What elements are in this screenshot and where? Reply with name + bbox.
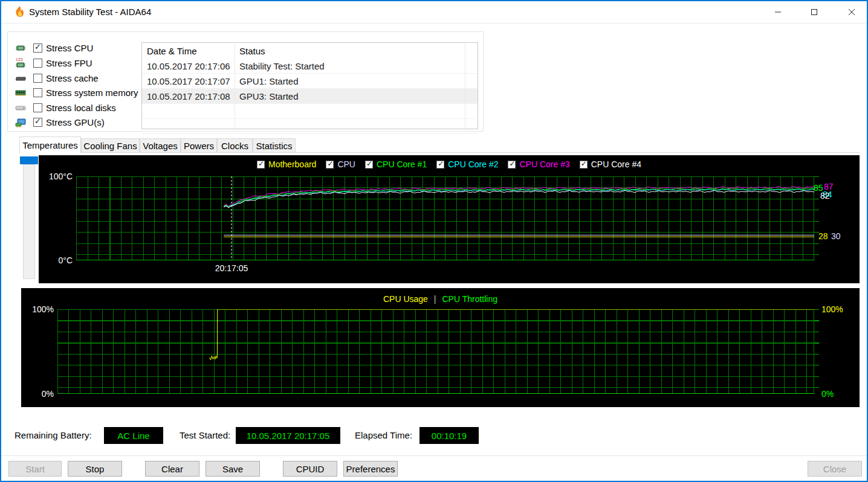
legend-label: CPU Core #1 (377, 159, 427, 169)
test-started-value: 10.05.2017 20:17:05 (236, 427, 340, 444)
stress-memory-checkbox[interactable] (33, 88, 42, 97)
title-bar: System Stability Test - AIDA64 (1, 1, 867, 23)
table-row[interactable]: 10.05.2017 20:17:06 Stability Test: Star… (142, 59, 478, 74)
temperature-legend: Motherboard CPU CPU Core #1 CPU Core #2 … (39, 159, 860, 169)
temperature-series-lines (76, 176, 814, 260)
tab-voltages[interactable]: Voltages (140, 138, 181, 153)
battery-value: AC Line (104, 427, 163, 444)
log-status: GPU1: Started (235, 76, 465, 86)
tab-strip: Temperatures Cooling Fans Voltages Power… (19, 137, 860, 153)
usage-series-lines (57, 309, 814, 394)
chart-scale-slider-thumb[interactable] (20, 156, 38, 164)
preferences-button[interactable]: Preferences (343, 461, 398, 477)
legend-item-cpu-core-4[interactable]: CPU Core #4 (580, 159, 641, 169)
temperature-chart-panel: Motherboard CPU CPU Core #1 CPU Core #2 … (39, 155, 860, 283)
column-header-status[interactable]: Status (235, 46, 465, 56)
legend-item-cpu[interactable]: CPU (326, 159, 355, 169)
temp-current-value: 30 (831, 231, 841, 241)
checkbox-checked-icon[interactable] (326, 161, 334, 169)
window-title: System Stability Test - AIDA64 (29, 7, 151, 17)
disk-drive-icon (13, 101, 28, 114)
aida64-flame-icon (13, 5, 26, 18)
stress-option-cpu[interactable]: Stress CPU (13, 41, 93, 54)
checkbox-checked-icon[interactable] (257, 161, 265, 169)
log-datetime: 10.05.2017 20:17:07 (142, 76, 235, 86)
temp-axis-max-label: 100°C (39, 172, 73, 181)
start-button[interactable]: Start (8, 461, 62, 477)
memory-module-icon (13, 86, 28, 99)
stress-memory-label: Stress system memory (46, 88, 138, 98)
event-log-header[interactable]: Date & Time Status (142, 43, 478, 59)
column-header-datetime[interactable]: Date & Time (142, 46, 235, 56)
column-divider (465, 43, 465, 129)
throttling-current-value: 0% (821, 389, 834, 399)
usage-axis-min-label: 0% (21, 389, 54, 399)
stress-cpu-checkbox[interactable] (33, 43, 42, 53)
tab-statistics[interactable]: Statistics (253, 138, 296, 153)
cpu-chart-title: CPU Usage | CPU Throttling (21, 294, 860, 304)
stress-disks-label: Stress local disks (46, 103, 116, 113)
maximize-button[interactable] (800, 1, 828, 23)
button-bar-separator (1, 455, 867, 456)
fpu-chip-icon: 123 (13, 56, 28, 69)
close-icon (848, 8, 855, 16)
legend-label: CPU Core #2 (448, 159, 498, 169)
legend-label: CPU Core #4 (591, 159, 641, 169)
log-status: GPU3: Started (235, 91, 465, 101)
chart-scale-slider-track[interactable] (23, 164, 35, 279)
column-divider (235, 43, 235, 129)
close-action-button[interactable]: Close (808, 461, 862, 477)
stop-button[interactable]: Stop (68, 461, 122, 477)
checkbox-checked-icon[interactable] (365, 161, 373, 169)
temp-current-value: 82 (820, 191, 830, 201)
cpuid-button[interactable]: CPUID (283, 461, 337, 477)
tab-powers[interactable]: Powers (181, 138, 217, 153)
maximize-icon (811, 8, 818, 16)
temperature-plot-area (76, 176, 814, 260)
stress-option-cache[interactable]: Stress cache (13, 71, 99, 85)
stress-option-memory[interactable]: Stress system memory (13, 86, 138, 99)
tab-clocks[interactable]: Clocks (217, 138, 253, 153)
titlebar-separator (1, 23, 867, 24)
close-button[interactable] (838, 1, 866, 23)
table-row[interactable]: 10.05.2017 20:17:07 GPU1: Started (142, 74, 478, 89)
usage-axis-max-label: 100% (21, 304, 54, 314)
stress-cache-label: Stress cache (46, 73, 99, 83)
stress-fpu-checkbox[interactable] (33, 59, 42, 68)
legend-label: CPU (337, 159, 355, 169)
stress-cache-checkbox[interactable] (33, 74, 42, 83)
stress-gpu-checkbox[interactable] (33, 118, 42, 127)
legend-label: CPU Core #3 (519, 159, 569, 169)
stability-test-window: System Stability Test - AIDA64 Stress CP… (0, 0, 868, 482)
checkbox-checked-icon[interactable] (580, 161, 588, 169)
title-separator: | (434, 294, 436, 304)
save-button[interactable]: Save (206, 461, 260, 477)
stress-option-fpu[interactable]: 123 Stress FPU (13, 56, 92, 69)
log-datetime: 10.05.2017 20:17:06 (142, 61, 235, 71)
table-row[interactable]: 10.05.2017 20:17:08 GPU3: Started (142, 89, 478, 104)
stress-option-gpu[interactable]: Stress GPU(s) (13, 115, 105, 129)
stress-disks-checkbox[interactable] (33, 103, 42, 112)
stress-cpu-label: Stress CPU (46, 43, 93, 53)
svg-text:123: 123 (16, 57, 23, 62)
legend-item-cpu-core-3[interactable]: CPU Core #3 (508, 159, 569, 169)
log-status: Stability Test: Started (235, 61, 465, 71)
checkbox-checked-icon[interactable] (436, 161, 444, 169)
stress-fpu-label: Stress FPU (46, 58, 92, 68)
minimize-button[interactable] (764, 1, 792, 23)
checkbox-checked-icon[interactable] (508, 161, 516, 169)
usage-current-value: 100% (821, 304, 843, 314)
legend-item-cpu-core-2[interactable]: CPU Core #2 (436, 159, 498, 169)
cpu-usage-chart-panel: CPU Usage | CPU Throttling 100% 0% 100% … (21, 288, 860, 407)
legend-item-motherboard[interactable]: Motherboard (257, 159, 316, 169)
tab-cooling-fans[interactable]: Cooling Fans (81, 138, 140, 153)
elapsed-time-label: Elapsed Time: (355, 430, 412, 440)
clear-button[interactable]: Clear (145, 461, 199, 477)
stress-option-disks[interactable]: Stress local disks (13, 101, 116, 114)
stress-gpu-label: Stress GPU(s) (46, 117, 105, 127)
temp-current-value: 87 (824, 182, 834, 191)
legend-item-cpu-core-1[interactable]: CPU Core #1 (365, 159, 427, 169)
tab-temperatures[interactable]: Temperatures (19, 137, 81, 153)
temp-current-value: 28 (818, 231, 828, 241)
test-started-label: Test Started: (180, 430, 230, 440)
